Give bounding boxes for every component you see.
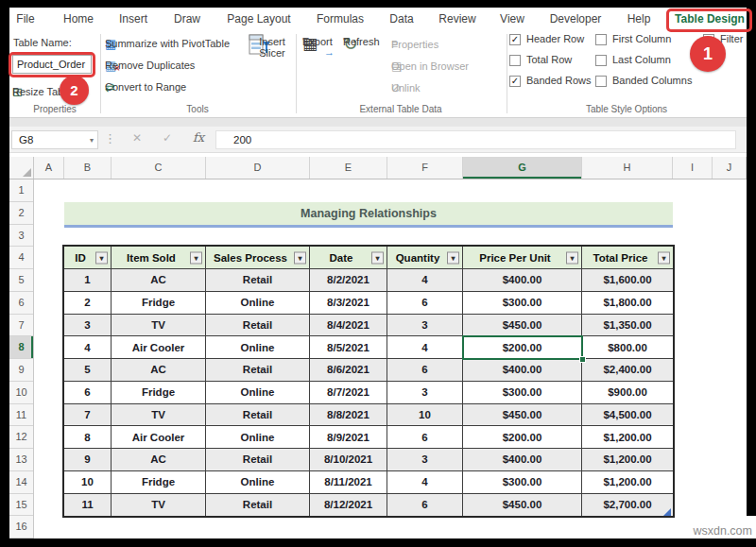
table-cell[interactable]: 8/6/2021 [310,359,387,382]
filter-arrow-icon[interactable]: ▾ [566,251,578,264]
table-cell[interactable]: $450.00 [463,315,582,337]
table-cell[interactable]: 3 [387,315,463,337]
table-cell[interactable]: Online [206,292,310,315]
table-cell[interactable]: $300.00 [463,382,582,404]
checkbox-first-column[interactable] [595,34,607,45]
row-header-15[interactable]: 15 [9,494,33,517]
table-cell[interactable]: 8 [64,426,112,449]
table-cell[interactable]: Fridge [112,471,206,494]
row-header-7[interactable]: 7 [9,315,33,337]
table-cell[interactable]: Online [206,336,310,359]
table-cell[interactable]: 8/2/2021 [310,269,387,292]
table-cell[interactable]: Air Cooler [112,426,206,449]
table-cell[interactable]: $4,500.00 [582,404,673,427]
tab-insert[interactable]: Insert [119,8,147,31]
row-header-13[interactable]: 13 [9,449,33,471]
formula-cancel-icon[interactable]: ✕ [132,131,142,145]
table-cell[interactable]: $450.00 [463,494,582,517]
table-cell[interactable]: 1 [64,269,112,292]
checkbox-last-column[interactable] [595,55,607,66]
table-cell[interactable]: Online [206,382,310,404]
table-cell[interactable]: $300.00 [463,292,582,315]
row-header-16[interactable]: 16 [9,516,33,538]
tab-help[interactable]: Help [627,8,651,31]
filter-arrow-icon[interactable]: ▾ [371,251,384,264]
table-cell[interactable]: 6 [387,292,463,315]
table-cell[interactable]: $400.00 [463,359,582,382]
checkbox-total-row[interactable] [509,55,521,66]
table-cell[interactable]: $2,700.00 [582,494,673,517]
table-cell[interactable]: TV [112,404,206,427]
table-cell[interactable]: AC [112,359,206,382]
table-cell[interactable]: 8/4/2021 [310,315,387,337]
fill-handle[interactable] [579,356,586,363]
row-header-1[interactable]: 1 [9,179,33,202]
column-header-g[interactable]: G [463,157,582,179]
tab-home[interactable]: Home [63,8,94,31]
table-header-quantity[interactable]: Quantity▾ [387,247,463,269]
row-header-10[interactable]: 10 [9,382,33,404]
column-header-b[interactable]: B [64,157,112,179]
table-cell[interactable]: Online [206,471,310,494]
table-cell[interactable]: 7 [64,404,112,427]
column-header-d[interactable]: D [206,157,310,179]
table-cell[interactable]: Fridge [112,292,206,315]
table-header-sales-process[interactable]: Sales Process▾ [206,247,310,269]
table-cell[interactable]: Retail [206,494,310,517]
tab-file[interactable]: File [16,8,34,31]
table-cell[interactable]: $800.00 [582,336,673,359]
select-all-corner[interactable] [9,157,34,179]
column-header-i[interactable]: I [673,157,713,179]
row-header-6[interactable]: 6 [9,292,33,315]
formula-input[interactable]: 200 [215,130,736,149]
table-cell[interactable]: $1,600.00 [582,269,673,292]
table-cell[interactable]: $2,400.00 [582,359,673,382]
row-header-4[interactable]: 4 [9,247,33,269]
table-cell[interactable]: $300.00 [463,471,582,494]
table-cell[interactable]: $1,200.00 [582,426,673,449]
table-cell[interactable]: 6 [387,359,463,382]
table-header-price-per-unit[interactable]: Price Per Unit▾ [463,247,582,269]
table-cell[interactable]: $1,350.00 [582,315,673,337]
tab-formulas[interactable]: Formulas [317,8,364,31]
table-cell[interactable]: Retail [206,269,310,292]
table-cell[interactable]: AC [112,269,206,292]
table-cell[interactable]: $200.00 [463,426,582,449]
table-cell[interactable]: 8/8/2021 [310,404,387,427]
table-cell[interactable]: 8/12/2021 [310,494,387,517]
table-header-item-sold[interactable]: Item Sold▾ [112,247,206,269]
table-cell[interactable]: 8/9/2021 [310,426,387,449]
tab-page-layout[interactable]: Page Layout [227,8,290,31]
column-header-a[interactable]: A [34,157,64,179]
row-header-9[interactable]: 9 [9,359,33,382]
row-header-8[interactable]: 8 [9,336,33,359]
table-cell[interactable]: 4 [387,269,463,292]
checkbox-banded-columns[interactable] [595,76,607,87]
table-cell[interactable]: $1,800.00 [582,292,673,315]
formula-enter-icon[interactable]: ✓ [163,131,172,145]
filter-arrow-icon[interactable]: ▾ [190,251,202,264]
column-header-f[interactable]: F [387,157,463,179]
table-resize-handle-icon[interactable] [663,508,671,516]
row-header-3[interactable]: 3 [9,225,33,248]
row-header-12[interactable]: 12 [9,426,33,449]
table-cell[interactable]: 10 [64,471,112,494]
table-cell[interactable]: 11 [64,494,112,517]
tab-developer[interactable]: Developer [550,8,602,31]
row-header-11[interactable]: 11 [9,404,33,427]
column-header-j[interactable]: J [713,157,747,179]
column-header-c[interactable]: C [112,157,206,179]
table-cell[interactable]: 8/11/2021 [310,471,387,494]
table-cell[interactable]: 3 [64,315,112,337]
table-cell[interactable]: 6 [387,494,463,517]
filter-arrow-icon[interactable]: ▾ [294,251,306,264]
table-cell[interactable]: Fridge [112,382,206,404]
table-cell[interactable]: 5 [64,359,112,382]
table-cell[interactable]: 4 [387,336,463,359]
table-cell[interactable]: 2 [64,292,112,315]
table-header-date[interactable]: Date▾ [310,247,387,269]
table-header-id[interactable]: ID▾ [64,247,112,269]
table-cell[interactable]: 6 [387,426,463,449]
filter-arrow-icon[interactable]: ▾ [658,251,670,264]
table-cell[interactable]: 8/3/2021 [310,292,387,315]
